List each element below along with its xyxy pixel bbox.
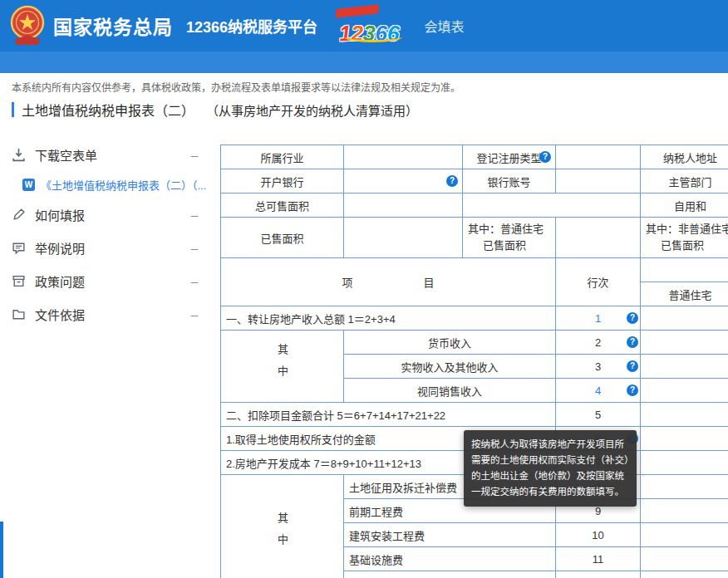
- line-no: 3: [595, 360, 601, 373]
- label-bank: 开户银行: [221, 169, 344, 193]
- line-no: 5: [595, 409, 601, 421]
- sidebar-item-download[interactable]: 下载空表单 –: [0, 138, 209, 171]
- disclaimer-text: 本系统内所有内容仅供参考，具体税收政策，办税流程及表单填报要求等以法律法规及相关…: [12, 80, 460, 94]
- label-reg-type: 登记注册类型: [476, 152, 541, 164]
- line-no-link[interactable]: 1: [595, 312, 601, 325]
- line-no: 2: [595, 336, 601, 349]
- value-cell: [641, 379, 728, 403]
- sidebar-item-how-to-fill[interactable]: 如何填报 –: [0, 198, 209, 231]
- help-tooltip: 按纳税人为取得该房地产开发项目所需要的土地使用权而实际支付（补交）的土地出让金（…: [464, 430, 637, 507]
- row-label: 实物收入及其他收入: [344, 355, 556, 379]
- help-icon[interactable]: ?: [539, 151, 551, 163]
- column-header-ordinary: 普通住宅: [641, 258, 728, 306]
- sidebar: 下载空表单 – W 《土地增值税纳税申报表（二）（... 如何填报 – 举例说明…: [0, 138, 209, 331]
- row-label: 二、扣除项目金额合计 5＝6+7+14+17+21+22: [221, 403, 556, 427]
- page-title: 土地增值税纳税申报表（二）: [22, 100, 194, 120]
- app-header: 国家税务总局 12366纳税服务平台 1 2 3 6 6 会填表: [0, 0, 728, 51]
- folder-icon: [12, 307, 26, 321]
- sidebar-item-label: 文件依据: [35, 306, 85, 323]
- row-label: 一、转让房地产收入总额 1＝2+3+4: [221, 306, 556, 331]
- item-char-a: 项: [342, 274, 352, 290]
- help-icon[interactable]: ?: [627, 336, 638, 348]
- label-industry: 所属行业: [221, 145, 344, 169]
- sidebar-item-policy[interactable]: 政策问题 –: [0, 264, 209, 297]
- non-ordinary-sub: 已售面积: [646, 238, 728, 254]
- line-no: 11: [593, 553, 604, 566]
- archive-icon: [12, 274, 26, 288]
- sidebar-item-documents[interactable]: 文件依据 –: [0, 297, 209, 331]
- item-char-b: 目: [424, 274, 435, 290]
- help-icon[interactable]: ?: [627, 360, 638, 372]
- value-cell: [641, 403, 728, 427]
- title-accent-bar: [12, 102, 14, 117]
- org-name: 国家税务总局: [53, 12, 173, 40]
- edit-icon: [12, 208, 26, 222]
- line-no-cell: 5: [556, 403, 641, 427]
- group-label-cell: 其中: [221, 331, 344, 403]
- help-icon[interactable]: ?: [627, 312, 638, 324]
- empty-subheader: [641, 258, 728, 282]
- line-no-cell: [556, 571, 641, 578]
- header-subbar: [0, 51, 728, 73]
- row-label: 建筑安装工程费: [344, 523, 556, 547]
- sidebar-item-form-doc[interactable]: W 《土地增值税纳税申报表（二）（...: [0, 171, 209, 198]
- line-no-cell: 10: [556, 523, 641, 547]
- line-no: 10: [592, 529, 603, 541]
- page-title-row: 土地增值税纳税申报表（二） （从事房地产开发的纳税人清算适用）: [12, 100, 418, 120]
- value-cell: [641, 331, 728, 355]
- account-value-cell: [556, 169, 641, 193]
- ordinary-subheader: 普通住宅: [641, 282, 728, 306]
- comment-icon: [12, 241, 26, 255]
- line-no-cell: 1 ?: [556, 306, 641, 331]
- label-account: 银行账号: [463, 169, 556, 193]
- logo-12366: 1 2 3 6 6: [339, 7, 399, 44]
- industry-value-cell: [344, 145, 463, 169]
- word-doc-icon: W: [22, 179, 35, 191]
- row-label: 货币收入: [344, 331, 556, 355]
- nav-huitianbiao[interactable]: 会填表: [424, 16, 464, 36]
- sidebar-item-label: 如何填报: [35, 206, 85, 223]
- value-cell: [641, 571, 728, 578]
- sidebar-subitem-label: 《土地增值税纳税申报表（二）（...: [41, 177, 206, 193]
- reg-type-value-cell: [556, 145, 641, 169]
- page: 国家税务总局 12366纳税服务平台 1 2 3 6 6 会填表 本系统内所有内…: [0, 0, 728, 578]
- help-icon[interactable]: ?: [627, 385, 638, 396]
- line-no-cell: 3 ?: [556, 355, 641, 379]
- help-icon[interactable]: ?: [446, 175, 458, 187]
- sidebar-item-label: 举例说明: [35, 239, 85, 257]
- column-header-line-no: 行次: [556, 258, 641, 306]
- label-total-sellable-area: 总可售面积: [221, 193, 344, 218]
- value-cell: [641, 499, 728, 523]
- ordinary-sub: 已售面积: [468, 238, 550, 254]
- label-taxpayer-address: 纳税人地址: [641, 145, 728, 169]
- value-cell: [641, 523, 728, 547]
- column-header-item: 项 目: [221, 258, 556, 306]
- total-area-value-cell: [344, 193, 463, 218]
- collapse-icon[interactable]: –: [191, 241, 198, 255]
- collapse-icon[interactable]: –: [191, 208, 198, 222]
- label-non-ordinary-housing: 其中：非普通住宅 已售面积: [641, 218, 728, 258]
- left-edge-bar: [0, 522, 3, 578]
- empty-cell: [463, 193, 641, 218]
- label-department: 主管部门: [641, 169, 728, 193]
- value-cell: [641, 355, 728, 379]
- page-subtitle: （从事房地产开发的纳税人清算适用）: [206, 101, 418, 119]
- label-self-use: 自用和: [641, 193, 728, 218]
- non-ordinary-title: 其中：非普通住宅: [646, 221, 728, 238]
- row-label: 视同销售收入: [344, 379, 556, 403]
- value-cell: [641, 427, 728, 451]
- label-reg-type-cell: 登记注册类型 ?: [463, 145, 556, 169]
- collapse-icon[interactable]: –: [191, 148, 198, 162]
- ordinary-title: 其中：普通住宅: [468, 221, 550, 238]
- group-label-cell: 其中: [221, 475, 344, 578]
- sidebar-item-examples[interactable]: 举例说明 –: [0, 231, 209, 264]
- collapse-icon[interactable]: –: [191, 307, 198, 321]
- value-cell: [641, 451, 728, 475]
- line-no-cell: 4 ?: [556, 379, 641, 403]
- line-no-link[interactable]: 4: [595, 385, 601, 397]
- row-label: [344, 571, 556, 578]
- tax-emblem-icon: [8, 5, 47, 47]
- value-cell: [641, 547, 728, 571]
- line-no-cell: 2 ?: [556, 331, 641, 355]
- collapse-icon[interactable]: –: [191, 274, 198, 288]
